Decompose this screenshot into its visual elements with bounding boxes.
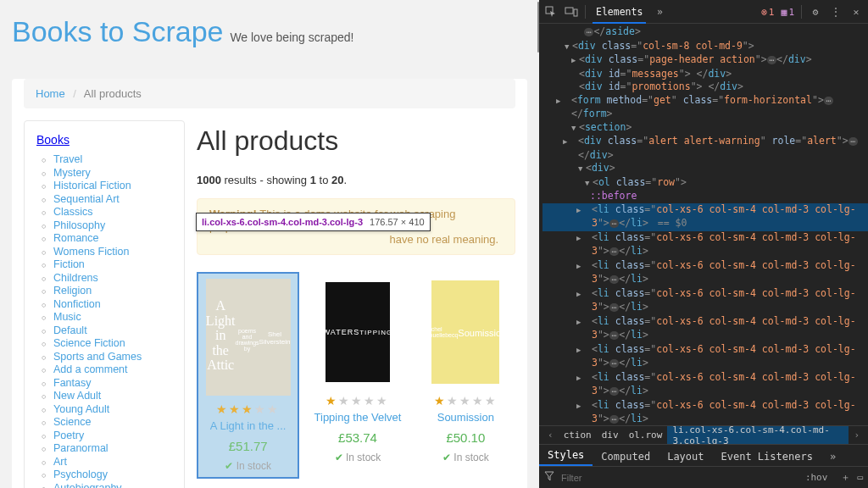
site-title-link[interactable]: Books to Scrape [12,15,223,47]
hov-toggle[interactable]: :hov [805,472,828,483]
devtools-tabs-more-icon[interactable]: » [653,5,666,19]
sidebar-category-link[interactable]: Music [53,311,81,323]
new-style-rule-icon[interactable]: ＋ [841,471,850,484]
gear-icon[interactable]: ⚙ [809,5,822,19]
sidebar-category-link[interactable]: Art [53,456,67,468]
devtools-panel: Elements » ⊗1 ▦1 ⚙ ⋮ ✕ ⋯</aside><div cla… [539,0,868,488]
sidebar-category-link[interactable]: Nonfiction [53,298,101,310]
stock-status: ✔ In stock [418,452,514,463]
inspect-icon[interactable] [544,5,558,19]
sidebar-category-link[interactable]: Classics [53,206,93,218]
sidebar-category-link[interactable]: Add a comment [53,363,128,375]
device-toggle-icon[interactable] [565,5,578,19]
product-card[interactable]: Michel HouellebecqSoumission★★★★★Soumiss… [416,272,515,479]
product-title[interactable]: Tipping the Velvet [309,411,405,424]
sidebar-category-link[interactable]: Paranormal [53,442,108,454]
breadcrumb-home[interactable]: Home [36,87,65,100]
warning-alert: Warning! This is a demo website for web … [197,198,515,255]
close-icon[interactable]: ✕ [849,5,863,19]
dom-tree[interactable]: ⋯</aside><div class="col-sm-8 col-md-9">… [539,24,868,425]
svg-rect-6 [574,9,577,16]
sidebar-category-link[interactable]: New Adult [53,390,101,402]
sidebar-category-link[interactable]: Religion [53,285,92,297]
product-price: £53.74 [309,430,405,445]
sidebar-category-link[interactable]: Poetry [53,430,84,441]
site-tagline: We love being scraped! [230,30,353,44]
sidebar-category-link[interactable]: Mystery [53,167,91,179]
result-count: 1000 results - showing 1 to 20. [197,174,515,186]
sidebar-category-link[interactable]: Historical Fiction [53,180,131,191]
sidebar-category-link[interactable]: Default [53,324,87,336]
sidebar-category-link[interactable]: Young Adult [53,403,109,415]
tab-styles[interactable]: Styles [539,446,593,466]
page-scrollbar[interactable] [537,2,539,53]
sidebar-category-link[interactable]: Romance [53,232,99,244]
star-rating: ★★★★★ [200,402,296,416]
breadcrumb-current: All products [84,87,142,100]
category-sidebar: Books TravelMysteryHistorical FictionSeq… [24,120,185,488]
product-card[interactable]: SARAHWATERSTIPPINGTHE VELVET★★★★★Tipping… [308,272,407,479]
chevron-left-icon[interactable]: ‹ [542,430,559,441]
star-rating: ★★★★★ [418,394,514,408]
sidebar-category-link[interactable]: Travel [53,153,82,165]
error-badge[interactable]: ⊗1 [761,6,775,18]
issues-badge[interactable]: ▦1 [781,6,794,18]
breadcrumb: Home / All products [24,79,515,108]
kebab-icon[interactable]: ⋮ [829,5,843,19]
page-title: All products [197,125,515,157]
sidebar-category-link[interactable]: Autobiography [53,482,122,489]
devtools-element-tooltip: li.col-xs-6.col-sm-4.col-md-3.col-lg-317… [196,213,431,231]
stock-status: ✔ In stock [309,452,405,463]
devtools-tab-elements[interactable]: Elements [593,0,646,24]
tab-computed[interactable]: Computed [593,447,659,466]
sidebar-category-link[interactable]: Science [53,416,91,428]
sidebar-category-link[interactable]: Womens Fiction [53,246,129,258]
sidebar-category-link[interactable]: Sequential Art [53,193,120,205]
product-card[interactable]: A Lightin theAtticpoems anddrawings bySh… [197,272,299,479]
devtools-breadcrumb[interactable]: ‹ ction div ol.row li.col-xs-6.col-sm-4.… [539,425,868,444]
tab-event-listeners[interactable]: Event Listeners [713,447,821,466]
sidebar-category-link[interactable]: Sports and Games [53,351,142,363]
sidebar-category-link[interactable]: Fantasy [53,377,91,389]
styles-filter-input[interactable] [561,473,798,483]
sidebar-category-link[interactable]: Science Fiction [53,337,125,349]
product-title[interactable]: Soumission [418,411,514,424]
svg-rect-5 [565,8,573,14]
sidebar-heading[interactable]: Books [36,133,70,147]
devtools-styles-more-icon[interactable]: » [821,447,844,466]
chevron-right-icon[interactable]: › [849,430,865,441]
styles-tab-bar: Styles Computed Layout Event Listeners » [539,444,868,466]
computed-panel-icon[interactable]: ▭ [857,472,863,483]
star-rating: ★★★★★ [309,394,405,408]
stock-status: ✔ In stock [200,460,296,472]
product-price: £50.10 [418,430,514,445]
filter-icon[interactable] [544,471,554,484]
sidebar-category-link[interactable]: Psychology [53,469,108,480]
product-price: £51.77 [200,439,296,453]
sidebar-category-link[interactable]: Childrens [53,272,98,284]
product-title[interactable]: A Light in the ... [200,419,296,432]
tab-layout[interactable]: Layout [659,447,712,466]
sidebar-category-link[interactable]: Philosophy [53,219,105,231]
sidebar-category-link[interactable]: Fiction [53,258,85,270]
